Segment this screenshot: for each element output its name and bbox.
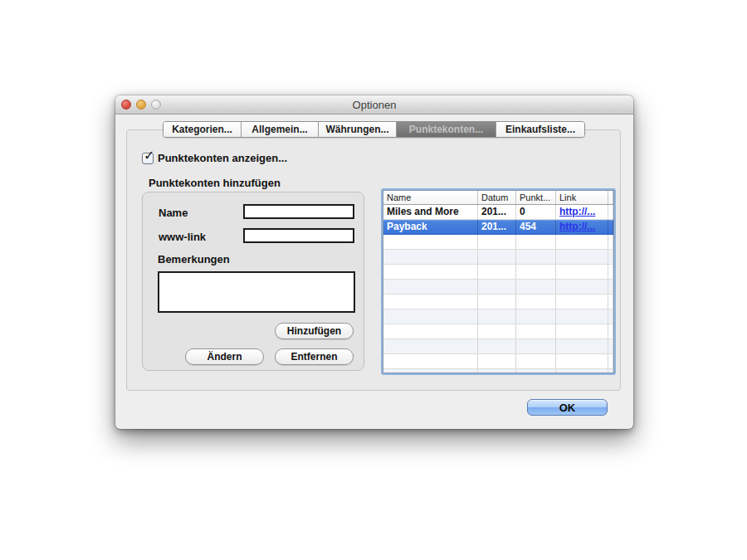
table-empty-row[interactable] bbox=[383, 235, 613, 250]
remarks-label: Bemerkungen bbox=[158, 253, 230, 265]
options-dialog: Optionen Kategorien...Allgemein...Währun… bbox=[115, 95, 633, 429]
points-accounts-table[interactable]: Name Datum Punkt... Link Miles and More … bbox=[383, 190, 614, 373]
column-header-name[interactable]: Name bbox=[383, 191, 478, 204]
points-accounts-table-focus-ring: Name Datum Punkt... Link Miles and More … bbox=[381, 188, 616, 375]
table-empty-row[interactable] bbox=[383, 354, 613, 369]
table-empty-row[interactable] bbox=[383, 250, 613, 265]
table-header-row: Name Datum Punkt... Link bbox=[383, 191, 613, 205]
column-header-link[interactable]: Link bbox=[556, 191, 608, 204]
remarks-textarea[interactable] bbox=[158, 271, 355, 313]
table-empty-row[interactable] bbox=[383, 369, 613, 373]
www-link-field[interactable] bbox=[243, 228, 354, 243]
tab-bar: Kategorien...Allgemein...Währungen...Pun… bbox=[163, 121, 585, 138]
table-empty-row[interactable] bbox=[383, 265, 613, 280]
show-points-checkbox-row: ✓ Punktekonten anzeigen... bbox=[142, 152, 287, 164]
add-button[interactable]: Hinzufügen bbox=[275, 323, 354, 339]
table-empty-row[interactable] bbox=[383, 280, 613, 295]
table-row[interactable]: Miles and More 201... 0 http://... bbox=[383, 205, 613, 220]
change-button[interactable]: Ändern bbox=[185, 348, 264, 365]
column-header-punkte[interactable]: Punkt... bbox=[516, 191, 556, 204]
table-empty-row[interactable] bbox=[383, 309, 613, 324]
form-group-title: Punktekonten hinzufügen bbox=[149, 177, 281, 189]
table-row[interactable]: Payback 201... 454 http://... bbox=[383, 220, 613, 235]
remove-button[interactable]: Entfernen bbox=[275, 348, 354, 365]
account-link[interactable]: http://... bbox=[559, 206, 595, 217]
table-empty-row[interactable] bbox=[383, 324, 613, 339]
window-title: Optionen bbox=[115, 95, 633, 114]
tab[interactable]: Punktekonten... bbox=[397, 122, 496, 137]
table-empty-row[interactable] bbox=[383, 339, 613, 354]
desktop: Optionen Kategorien...Allgemein...Währun… bbox=[0, 0, 747, 560]
tab[interactable]: Währungen... bbox=[319, 122, 397, 137]
name-field[interactable] bbox=[243, 204, 354, 219]
title-bar[interactable]: Optionen bbox=[115, 95, 633, 114]
tab[interactable]: Kategorien... bbox=[164, 122, 242, 137]
name-label: Name bbox=[159, 207, 188, 219]
column-header-extra bbox=[608, 191, 613, 204]
www-link-label: www-link bbox=[159, 231, 206, 243]
table-empty-row[interactable] bbox=[383, 295, 613, 309]
tab[interactable]: Allgemein... bbox=[242, 122, 319, 137]
add-points-account-group: Name www-link Bemerkungen Hinzufügen Änd… bbox=[142, 192, 364, 371]
account-link[interactable]: http://... bbox=[559, 221, 595, 232]
checkmark-icon: ✓ bbox=[144, 148, 154, 163]
tab[interactable]: Einkaufsliste... bbox=[496, 122, 584, 137]
ok-button[interactable]: OK bbox=[527, 399, 608, 416]
checkbox-label: Punktekonten anzeigen... bbox=[158, 152, 287, 164]
checkbox[interactable]: ✓ bbox=[142, 153, 154, 164]
column-header-datum[interactable]: Datum bbox=[478, 191, 516, 204]
table-body: Miles and More 201... 0 http://... Payba… bbox=[383, 205, 613, 373]
